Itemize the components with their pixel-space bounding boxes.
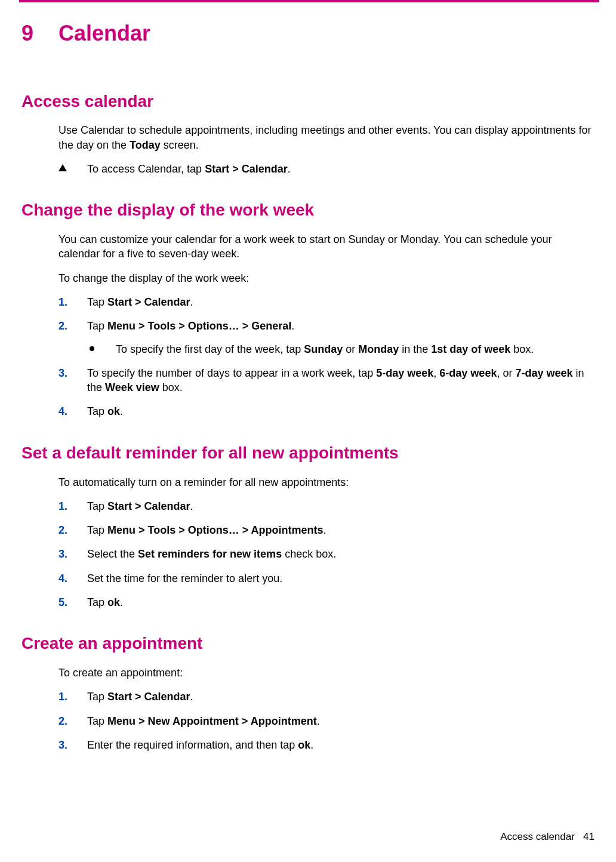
steps-list: Tap Start > Calendar.Tap Menu > Tools > …: [58, 295, 595, 419]
step-item: Tap ok.: [58, 595, 595, 609]
section-lead: To change the display of the work week:: [58, 271, 595, 285]
section-lead: To create an appointment:: [58, 666, 595, 680]
step-item: Tap Menu > Tools > Options… > Appointmen…: [58, 523, 595, 537]
footer-title: Access calendar: [500, 831, 575, 842]
sub-item: To specify the first day of the week, ta…: [87, 342, 595, 356]
steps-list: Tap Start > Calendar.Tap Menu > New Appo…: [58, 689, 595, 752]
triangle-icon: [58, 162, 87, 176]
section-access-calendar: Access calendar Use Calendar to schedule…: [21, 90, 595, 177]
page-footer: Access calendar 41: [500, 830, 595, 844]
step-item: Tap Start > Calendar.: [58, 295, 595, 309]
chapter-title: Calendar: [58, 21, 150, 45]
step-item: Tap ok.: [58, 404, 595, 418]
step-item: Select the Set reminders for new items c…: [58, 547, 595, 561]
chapter-heading: 9Calendar: [21, 19, 595, 48]
section-intro: You can customize your calendar for a wo…: [58, 232, 595, 261]
step-item: Set the time for the reminder to alert y…: [58, 571, 595, 586]
section-heading: Set a default reminder for all new appoi…: [21, 442, 595, 464]
step-item: Tap Menu > New Appointment > Appointment…: [58, 714, 595, 728]
section-lead: To automatically turn on a reminder for …: [58, 475, 595, 490]
step-item: Enter the required information, and then…: [58, 738, 595, 752]
chapter-number: 9: [21, 19, 58, 48]
section-heading: Access calendar: [21, 90, 595, 113]
step-item: Tap Start > Calendar.: [58, 499, 595, 513]
step-item: To specify the number of days to appear …: [58, 366, 595, 395]
footer-page-number: 41: [583, 831, 595, 842]
step-item: Tap Start > Calendar.: [58, 689, 595, 704]
sub-list: To specify the first day of the week, ta…: [87, 342, 595, 356]
bullet-text: To access Calendar, tap Start > Calendar…: [87, 162, 595, 176]
step-item: Tap Menu > Tools > Options… > General.To…: [58, 319, 595, 356]
bullet-item: To access Calendar, tap Start > Calendar…: [58, 162, 595, 176]
section-default-reminder: Set a default reminder for all new appoi…: [21, 442, 595, 610]
section-heading: Create an appointment: [21, 632, 595, 655]
section-work-week: Change the display of the work week You …: [21, 199, 595, 418]
section-intro: Use Calendar to schedule appointments, i…: [58, 123, 595, 152]
steps-list: Tap Start > Calendar.Tap Menu > Tools > …: [58, 499, 595, 609]
page-content: 9Calendar Access calendar Use Calendar t…: [0, 2, 616, 752]
section-create-appointment: Create an appointment To create an appoi…: [21, 632, 595, 752]
section-heading: Change the display of the work week: [21, 199, 595, 221]
svg-marker-0: [58, 164, 67, 171]
